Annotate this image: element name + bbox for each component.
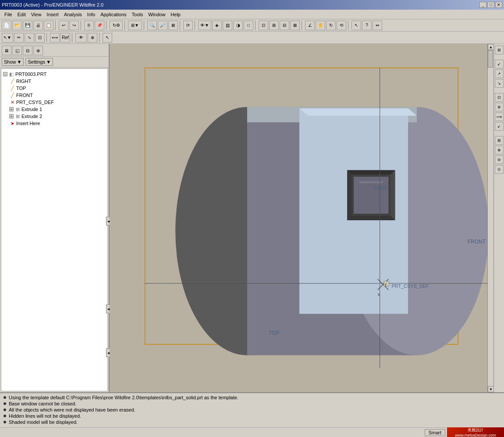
ref-btn[interactable]: Ref xyxy=(60,33,70,43)
menu-info[interactable]: Info xyxy=(85,11,98,18)
right-btn11[interactable]: ⊖ xyxy=(495,155,504,164)
panel-btn3[interactable]: ⊟ xyxy=(23,46,32,55)
wire-button[interactable]: □ xyxy=(244,21,253,30)
misc2-button[interactable]: ⊞ xyxy=(269,21,279,30)
tree-item-right[interactable]: ╱ RIGHT xyxy=(9,78,106,85)
scroll-down-button[interactable]: ▼ xyxy=(488,386,493,392)
print-button[interactable]: 🖨 xyxy=(33,21,43,30)
hidden-button[interactable]: ▥ xyxy=(223,21,232,30)
undo-button[interactable]: ↩ xyxy=(59,21,68,30)
open-button[interactable]: 📂 xyxy=(12,21,22,30)
dim-btn[interactable]: ⟺ xyxy=(50,33,60,43)
tree-item-top[interactable]: ╱ TOP xyxy=(9,85,106,92)
rot-button[interactable]: ↻ xyxy=(326,21,336,30)
panel-btn2[interactable]: ◱ xyxy=(12,46,22,55)
right-btn10[interactable]: ⊕ xyxy=(495,146,504,154)
tree-item-extrude2[interactable]: + ⊞ Extrude 2 xyxy=(9,113,106,120)
move-button[interactable]: ✋ xyxy=(316,21,325,30)
expand-extrude1[interactable]: + xyxy=(9,107,14,111)
save-button[interactable]: 💾 xyxy=(23,21,32,30)
plot-button[interactable]: 📋 xyxy=(44,21,53,30)
spin-button[interactable]: ⟲ xyxy=(337,21,346,30)
minimize-button[interactable]: _ xyxy=(479,2,486,8)
menu-window[interactable]: Window xyxy=(146,11,168,18)
svg-text:PRT_CSYS_DEF: PRT_CSYS_DEF xyxy=(391,283,429,289)
show-arrow: ▼ xyxy=(17,59,22,64)
smart-button[interactable]: Smart xyxy=(425,429,445,436)
menu-tools[interactable]: Tools xyxy=(129,11,146,18)
misc4-button[interactable]: ⊠ xyxy=(290,21,300,30)
menu-file[interactable]: File xyxy=(2,11,15,18)
status-line-3: All the objects which were not displayed… xyxy=(4,407,500,412)
regenerate-button[interactable]: ↻⚙ xyxy=(110,21,123,30)
help-btn[interactable]: ? xyxy=(362,21,372,30)
view-named-button[interactable]: 👁▼ xyxy=(198,21,211,30)
orient-button[interactable]: ◈ xyxy=(212,21,222,30)
cursor-button[interactable]: ↖ xyxy=(351,21,361,30)
misc3-button[interactable]: ⊟ xyxy=(280,21,289,30)
right-btn2[interactable]: ↙ xyxy=(495,60,504,68)
tree-item-front[interactable]: ╱ FRONT xyxy=(9,92,106,99)
show-settings-bar: Show ▼ Settings ▼ xyxy=(0,57,109,68)
repaint-button[interactable]: ⟳ xyxy=(183,21,193,30)
edge-btn[interactable]: ∿ xyxy=(25,33,34,43)
show-all-btn[interactable]: ⊕ xyxy=(88,33,97,43)
datum-icon-right: ╱ xyxy=(9,78,15,84)
scroll-thumb[interactable] xyxy=(488,50,493,68)
show-dropdown[interactable]: Show ▼ xyxy=(2,58,24,66)
zoom-out-button[interactable]: 🔎 xyxy=(158,21,167,30)
panel-btn4[interactable]: ⊕ xyxy=(33,46,43,55)
angle-button[interactable]: ∠ xyxy=(305,21,315,30)
zoom-in-button[interactable]: 🔍 xyxy=(147,21,157,30)
tree-item-root[interactable]: - ◧ PRT0003.PRT xyxy=(3,71,106,78)
zoom-fit-button[interactable]: ⊠ xyxy=(168,21,178,30)
menu-analysis[interactable]: Analysis xyxy=(61,11,85,18)
misc1-button[interactable]: ⊡ xyxy=(259,21,268,30)
datum-icon-top: ╱ xyxy=(9,85,15,91)
feature-icon-1: ⊞ xyxy=(14,106,21,112)
sketch-btn[interactable]: ✏ xyxy=(14,33,24,43)
right-btn4[interactable]: ↘ xyxy=(495,79,504,88)
right-btn9[interactable]: ⊞ xyxy=(495,136,504,145)
redo-button[interactable]: ↪ xyxy=(69,21,79,30)
scroll-up-button[interactable]: ▲ xyxy=(488,44,493,50)
wire-frame-btn[interactable]: ⊡ xyxy=(35,33,45,43)
right-btn7[interactable]: ⟶ xyxy=(495,112,504,121)
datum-icon-front: ╱ xyxy=(9,92,15,98)
select-btn[interactable]: ↖▼ xyxy=(2,33,13,43)
right-btn12[interactable]: ⊙ xyxy=(495,165,504,174)
new-button[interactable]: 📄 xyxy=(2,21,11,30)
right-btn8[interactable]: ↙ xyxy=(495,122,504,131)
expand-extrude2[interactable]: + xyxy=(9,114,14,118)
menu-insert[interactable]: Insert xyxy=(44,11,61,18)
right-btn1[interactable]: ⊞ xyxy=(495,46,504,54)
close-button[interactable]: ✕ xyxy=(495,2,502,8)
expand-root[interactable]: - xyxy=(3,72,7,76)
hide-btn[interactable]: 👁 xyxy=(75,33,87,43)
misc5-button[interactable]: ⇔ xyxy=(373,21,382,30)
right-btn3[interactable]: ↗ xyxy=(495,69,504,78)
menu-help[interactable]: Help xyxy=(168,11,183,18)
shade-button[interactable]: ◑ xyxy=(233,21,243,30)
status-text-4: Hidden lines will not be displayed. xyxy=(9,413,81,419)
watermark-text: 美雅設計 www.metyaDesign.com xyxy=(447,427,504,437)
tree-item-extrude1[interactable]: + ⊞ Extrude 1 xyxy=(9,106,106,113)
3d-viewport[interactable]: RIGHT FRONT TOP PRT_CSYS_DEF y x ▲ ▼ xyxy=(110,44,493,392)
part-icon: ◧ xyxy=(8,71,14,77)
cursor2-btn[interactable]: ↖ xyxy=(103,33,112,43)
paste-button[interactable]: 📌 xyxy=(95,21,104,30)
maximize-button[interactable]: □ xyxy=(487,2,494,8)
separator10 xyxy=(348,21,350,30)
menu-edit[interactable]: Edit xyxy=(15,11,28,18)
menu-view[interactable]: View xyxy=(28,11,44,18)
datum-button[interactable]: ⊞▼ xyxy=(128,21,142,30)
tree-item-insert[interactable]: ➤ Insert Here xyxy=(9,120,106,127)
tree-item-csys[interactable]: ✕ PRT_CSYS_DEF xyxy=(9,99,106,106)
panel-btn1[interactable]: 🖥 xyxy=(2,46,11,55)
settings-dropdown[interactable]: Settings ▼ xyxy=(25,58,53,66)
right-btn5[interactable]: ⊡ xyxy=(495,93,504,102)
menu-applications[interactable]: Applications xyxy=(98,11,129,18)
svg-text:x: x xyxy=(378,292,380,297)
copy-button[interactable]: ⎘ xyxy=(84,21,94,30)
right-btn6[interactable]: ⊛ xyxy=(495,103,504,111)
